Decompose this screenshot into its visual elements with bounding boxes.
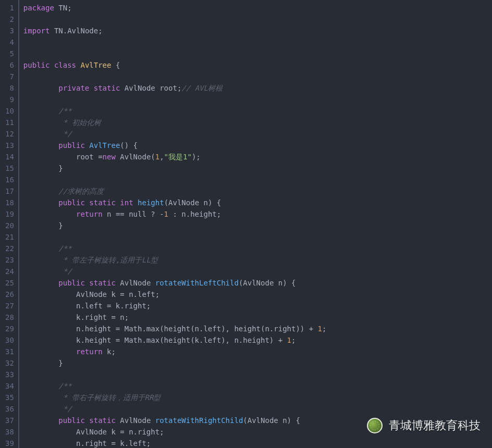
- token-str: "我是1": [164, 153, 192, 161]
- token-punc: ,: [159, 153, 164, 161]
- code-line[interactable]: public AvlTree() {: [23, 140, 492, 151]
- code-line[interactable]: [23, 14, 492, 25]
- code-line[interactable]: /**: [23, 243, 492, 254]
- code-area[interactable]: package TN;import TN.AvlNode;public clas…: [19, 0, 492, 448]
- token-kw-mod: public: [58, 141, 85, 150]
- code-line[interactable]: * 初始化树: [23, 117, 492, 128]
- code-line[interactable]: public class AvlTree {: [23, 59, 492, 71]
- code-line[interactable]: root =new AvlNode(1,"我是1");: [23, 151, 492, 163]
- line-number: 7: [5, 71, 14, 82]
- line-number: 13: [5, 140, 14, 151]
- code-line[interactable]: AvlNode k = n.left;: [23, 289, 492, 300]
- token-punc: [23, 107, 58, 115]
- token-kw-mod: int: [120, 198, 133, 207]
- token-punc: [23, 141, 58, 150]
- token-punc: [23, 347, 76, 356]
- code-line[interactable]: //求树的高度: [23, 185, 492, 197]
- token-num: 1: [155, 153, 159, 161]
- token-punc: [23, 198, 58, 207]
- token-punc: AvlNode(: [116, 153, 155, 161]
- token-comment: // AVL树根: [181, 84, 223, 92]
- line-number: 18: [5, 197, 14, 208]
- code-line[interactable]: return k;: [23, 346, 492, 357]
- token-punc: k.right = n;: [23, 313, 129, 321]
- token-punc: root =: [23, 153, 103, 161]
- line-number: 19: [5, 208, 14, 220]
- token-punc: n.height = Math.max(height(n.left), heig…: [23, 325, 318, 333]
- code-line[interactable]: [23, 94, 492, 105]
- code-editor[interactable]: 1234567891011121314151617181920212223242…: [0, 0, 492, 448]
- code-line[interactable]: k.right = n;: [23, 312, 492, 323]
- code-line[interactable]: */: [23, 128, 492, 140]
- code-line[interactable]: */: [23, 266, 492, 277]
- token-punc: [23, 279, 58, 287]
- code-line[interactable]: public static AvlNode rotateWithLeftChil…: [23, 277, 492, 289]
- token-comment: */: [58, 405, 71, 413]
- token-punc: n == null ? -: [103, 210, 164, 218]
- token-kw-mod: static: [89, 279, 116, 287]
- code-line[interactable]: [23, 48, 492, 59]
- token-kw-pkg: import: [23, 27, 50, 35]
- token-kw-ret: return: [76, 347, 103, 356]
- line-number: 30: [5, 334, 14, 346]
- token-punc: }: [23, 221, 63, 230]
- code-line[interactable]: [23, 369, 492, 380]
- token-comment: * 带左子树旋转,适用于LL型: [58, 256, 158, 264]
- token-punc: {: [111, 61, 120, 69]
- token-punc: [23, 130, 58, 138]
- line-number: 22: [5, 243, 14, 254]
- token-comment: * 带右子树旋转，适用于RR型: [58, 393, 161, 402]
- token-punc: k;: [103, 347, 116, 356]
- line-number: 32: [5, 357, 14, 369]
- line-number: 23: [5, 254, 14, 266]
- token-punc: [23, 393, 58, 402]
- token-punc: [23, 210, 76, 218]
- code-line[interactable]: }: [23, 357, 492, 369]
- line-number: 16: [5, 174, 14, 185]
- token-comment: * 初始化树: [58, 118, 101, 127]
- code-line[interactable]: import TN.AvlNode;: [23, 25, 492, 36]
- token-punc: (AvlNode n) {: [164, 198, 222, 207]
- code-line[interactable]: n.right = k.left;: [23, 438, 492, 448]
- code-line[interactable]: }: [23, 220, 492, 231]
- token-kw-class: class: [54, 61, 76, 69]
- token-type: TN: [58, 4, 67, 12]
- token-punc: ;: [291, 336, 296, 344]
- code-line[interactable]: [23, 36, 492, 48]
- code-line[interactable]: n.height = Math.max(height(n.left), heig…: [23, 323, 492, 334]
- token-punc: [23, 267, 58, 276]
- code-line[interactable]: */: [23, 403, 492, 415]
- token-kw-mod: static: [94, 84, 120, 92]
- code-line[interactable]: [23, 71, 492, 82]
- token-punc: );: [192, 153, 201, 161]
- code-line[interactable]: private static AvlNode root;// AVL树根: [23, 82, 492, 94]
- line-number: 29: [5, 323, 14, 334]
- line-number: 14: [5, 151, 14, 163]
- code-line[interactable]: [23, 231, 492, 243]
- line-number: 4: [5, 36, 14, 48]
- code-line[interactable]: /**: [23, 105, 492, 117]
- token-punc: ;: [67, 4, 71, 12]
- code-line[interactable]: n.left = k.right;: [23, 300, 492, 312]
- line-number: 33: [5, 369, 14, 380]
- line-number: 37: [5, 415, 14, 426]
- line-number: 8: [5, 82, 14, 94]
- token-kw-mod: public: [58, 279, 85, 287]
- code-line[interactable]: return n == null ? -1 : n.height;: [23, 208, 492, 220]
- token-punc: [133, 198, 138, 207]
- token-comment: //求树的高度: [58, 187, 104, 195]
- code-line[interactable]: [23, 174, 492, 185]
- code-line[interactable]: * 带右子树旋转，适用于RR型: [23, 392, 492, 403]
- line-number: 5: [5, 48, 14, 59]
- code-line[interactable]: }: [23, 163, 492, 174]
- code-line[interactable]: /**: [23, 380, 492, 392]
- token-punc: n.right = k.left;: [23, 439, 151, 447]
- code-line[interactable]: k.height = Math.max(height(k.left), n.he…: [23, 334, 492, 346]
- token-punc: [23, 244, 58, 253]
- token-punc: [120, 84, 124, 92]
- code-line[interactable]: * 带左子树旋转,适用于LL型: [23, 254, 492, 266]
- code-line[interactable]: package TN;: [23, 2, 492, 14]
- line-number-gutter: 1234567891011121314151617181920212223242…: [0, 0, 19, 448]
- code-line[interactable]: public static int height(AvlNode n) {: [23, 197, 492, 208]
- line-number: 27: [5, 300, 14, 312]
